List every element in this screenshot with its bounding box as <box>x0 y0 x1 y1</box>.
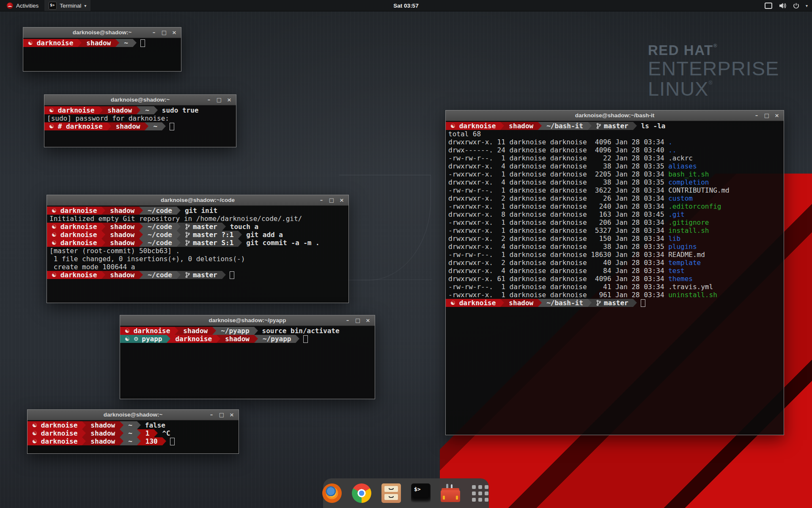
distro-badge-icon: ☯ <box>450 122 455 130</box>
prompt-line: ☯darknoiseshadow~false <box>27 421 239 429</box>
volume-icon[interactable] <box>779 3 787 9</box>
file-name: uninstall.sh <box>668 291 717 299</box>
drawer-decoration <box>384 494 398 500</box>
app-grid-icon[interactable] <box>470 483 490 503</box>
app-menu-terminal[interactable]: $> Terminal ▾ <box>44 0 91 11</box>
maximize-button[interactable]: □ <box>215 95 223 105</box>
file-manager-icon[interactable] <box>381 483 401 503</box>
terminal-content[interactable]: ☯darknoiseshadow~sudo true[sudo] passwor… <box>44 105 236 147</box>
file-row: -rwxrwxr-x. 1 darknoise darknoise 206 Ja… <box>446 218 784 226</box>
close-button[interactable]: × <box>228 410 236 420</box>
powerline-separator <box>139 223 143 231</box>
terminal-dock-icon[interactable]: $> <box>411 483 431 503</box>
segment-label: shadow <box>110 239 134 247</box>
powerline-segment-user: ☯darknoise <box>47 239 102 247</box>
terminal-content[interactable]: ☯darknoiseshadow~/codegit initInitialize… <box>47 205 348 303</box>
powerline-segment-host: shadow <box>105 271 139 279</box>
maximize-button[interactable]: □ <box>354 316 362 325</box>
file-row: drwxrwxr-x. 11 darknoise darknoise 4096 … <box>446 138 784 146</box>
toolbox-icon[interactable] <box>441 483 460 503</box>
terminal-content[interactable]: ☯darknoiseshadow~/bash-itmasterls -latot… <box>446 121 784 435</box>
terminal-window-code[interactable]: darknoise@shadow:~/code – □ × ☯darknoise… <box>47 195 349 303</box>
minimize-button[interactable]: – <box>343 316 352 325</box>
terminal-content[interactable]: ☯darknoiseshadow~/pyappsource bin/activa… <box>120 326 375 399</box>
powerline-segment-exit: 1 <box>141 429 154 437</box>
file-name: aliases <box>668 162 697 170</box>
terminal-window-bash-it[interactable]: darknoise@shadow:~/bash-it – □ × ☯darkno… <box>445 110 784 435</box>
close-button[interactable]: × <box>364 316 372 325</box>
file-row: drwxrwxr-x. 4 darknoise darknoise 38 Jan… <box>446 243 784 251</box>
distro-badge-icon: ☯ <box>49 122 54 130</box>
maximize-button[interactable]: □ <box>763 111 771 120</box>
minimize-button[interactable]: – <box>317 196 326 205</box>
minimize-button[interactable]: – <box>752 111 761 120</box>
terminal-content[interactable]: ☯darknoiseshadow~false☯darknoiseshadow~1… <box>27 420 239 453</box>
system-status-area[interactable]: ▾ <box>765 0 808 11</box>
powerline-segment-path: ~/bash-it <box>542 299 588 307</box>
window-titlebar[interactable]: darknoise@shadow:~/pyapp – □ × <box>120 315 375 326</box>
clock[interactable]: Sat 03:57 <box>393 3 418 9</box>
rhel-logo-linux: LINUX® <box>648 79 779 99</box>
window-titlebar[interactable]: darknoise@shadow:~/bash-it – □ × <box>446 110 784 121</box>
segment-label: shadow <box>110 223 134 231</box>
powerline-segment-path: ~/pyapp <box>216 327 254 335</box>
distro-badge-icon: ☯ <box>32 429 37 437</box>
minimize-button[interactable]: – <box>150 28 158 37</box>
powerline-separator <box>139 239 143 247</box>
gnome-top-bar: Activities $> Terminal ▾ Sat 03:57 ▾ <box>0 0 812 11</box>
close-button[interactable]: × <box>225 95 233 105</box>
firefox-icon[interactable] <box>322 483 342 503</box>
prompt-line: ☯darknoiseshadow~/codemaster S:1git comm… <box>47 239 348 247</box>
file-details: drwxrwxr-x. 2 darknoise darknoise 26 Jan… <box>448 194 668 202</box>
git-branch-icon <box>185 240 190 246</box>
powerline-segment-host: shadow <box>103 106 137 114</box>
rhel-logo-enterprise: ENTERPRISE <box>648 58 779 79</box>
close-button[interactable]: × <box>337 196 346 205</box>
powerline-segment-host: shadow <box>86 437 120 445</box>
file-row: drwxrwxr-x. 4 darknoise darknoise 38 Jan… <box>446 162 784 170</box>
powerline-separator <box>222 223 226 231</box>
window-titlebar[interactable]: darknoise@shadow:~ – □ × <box>44 95 236 105</box>
minimize-button[interactable]: – <box>205 95 213 105</box>
chrome-icon[interactable] <box>352 483 371 503</box>
maximize-button[interactable]: □ <box>160 28 168 37</box>
activities-button[interactable]: Activities <box>3 0 42 11</box>
terminal-content[interactable]: ☯darknoiseshadow~ <box>23 38 181 71</box>
segment-label: ~/code <box>148 231 172 239</box>
powerline-separator <box>82 429 86 437</box>
segment-label: ~ <box>153 122 157 130</box>
maximize-button[interactable]: □ <box>217 410 226 420</box>
segment-label: ~/bash-it <box>546 299 583 307</box>
close-button[interactable]: × <box>773 111 781 120</box>
close-button[interactable]: × <box>170 28 178 37</box>
segment-label: darknoise <box>60 239 97 247</box>
maximize-button[interactable]: □ <box>327 196 336 205</box>
display-icon[interactable] <box>765 3 772 9</box>
window-titlebar[interactable]: darknoise@shadow:~ – □ × <box>27 410 239 420</box>
command-text: touch a <box>230 223 258 231</box>
powerline-separator <box>633 299 637 307</box>
window-titlebar[interactable]: darknoise@shadow:~ – □ × <box>23 28 181 38</box>
powerline-segment-git: master <box>181 271 222 279</box>
file-name: themes <box>668 275 693 283</box>
powerline-separator <box>115 39 119 47</box>
prompt-line: ☯darknoiseshadow~1^C <box>27 429 239 437</box>
prompt-line: ☯darknoiseshadow~/codemastertouch a <box>47 223 348 231</box>
power-icon[interactable] <box>793 3 799 9</box>
file-details: -rw-rw-r--. 1 darknoise darknoise 18630 … <box>448 251 668 259</box>
output-line: total 68 <box>446 130 784 138</box>
minimize-button[interactable]: – <box>207 410 216 420</box>
window-titlebar[interactable]: darknoise@shadow:~/code – □ × <box>47 195 348 206</box>
segment-label: darknoise <box>60 271 97 279</box>
terminal-window-home-1[interactable]: darknoise@shadow:~ – □ × ☯darknoiseshado… <box>23 27 181 72</box>
segment-label: 130 <box>145 437 158 445</box>
file-name: bash_it.sh <box>668 170 709 178</box>
terminal-window-sudo[interactable]: darknoise@shadow:~ – □ × ☯darknoiseshado… <box>44 94 236 147</box>
terminal-window-home-2[interactable]: darknoise@shadow:~ – □ × ☯darknoiseshado… <box>27 409 239 454</box>
terminal-window-pyapp[interactable]: darknoise@shadow:~/pyapp – □ × ☯darknois… <box>120 315 375 399</box>
powerline-separator <box>588 122 592 130</box>
powerline-separator <box>82 437 86 445</box>
file-row: -rw-rw-r--. 1 darknoise darknoise 18630 … <box>446 251 784 259</box>
command-text: ^C <box>162 429 170 437</box>
file-name: CONTRIBUTING.md <box>668 186 730 194</box>
